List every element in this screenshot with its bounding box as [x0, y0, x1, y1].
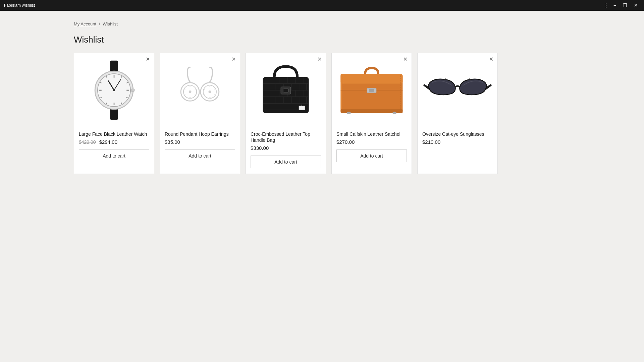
- svg-rect-78: [369, 89, 374, 92]
- svg-point-37: [204, 88, 205, 90]
- svg-point-32: [209, 85, 211, 87]
- sunglasses-svg: [422, 57, 493, 123]
- remove-bag-button[interactable]: ✕: [317, 57, 322, 62]
- product-grid: ✕: [74, 53, 570, 174]
- bag-add-to-cart-button[interactable]: Add to cart: [251, 156, 321, 168]
- titlebar-title: Fabrikam wishlist: [4, 3, 35, 8]
- svg-rect-70: [299, 106, 305, 110]
- sunglasses-image: [418, 53, 497, 127]
- close-button[interactable]: ✕: [632, 2, 640, 8]
- earrings-price-sale: $35.00: [165, 139, 180, 145]
- remove-satchel-button[interactable]: ✕: [403, 57, 408, 62]
- product-card-earrings: ✕: [160, 53, 240, 174]
- earrings-product-info: Round Pendant Hoop Earrings $35.00 Add t…: [160, 127, 240, 168]
- svg-point-28: [189, 90, 192, 93]
- breadcrumb-separator: /: [99, 21, 100, 26]
- menu-icon[interactable]: ⋮: [603, 2, 609, 9]
- earrings-product-name: Round Pendant Hoop Earrings: [165, 131, 235, 137]
- svg-point-26: [184, 94, 185, 95]
- svg-point-24: [195, 94, 196, 95]
- earrings-add-to-cart-button[interactable]: Add to cart: [165, 149, 235, 162]
- product-card-watch: ✕: [74, 53, 154, 174]
- svg-rect-1: [110, 108, 118, 120]
- svg-point-82: [347, 112, 351, 114]
- satchel-product-price: $270.00: [336, 139, 407, 145]
- sunglasses-product-price: $210.00: [422, 139, 493, 145]
- sunglasses-price-sale: $210.00: [422, 139, 440, 145]
- satchel-image: [332, 53, 412, 127]
- bag-svg: [250, 57, 322, 123]
- satchel-svg: [336, 57, 408, 123]
- my-account-link[interactable]: My Account: [74, 21, 96, 26]
- svg-rect-19: [131, 89, 135, 92]
- earrings-product-price: $35.00: [165, 139, 235, 145]
- earrings-svg: [164, 57, 236, 123]
- page-title: Wishlist: [74, 35, 570, 45]
- satchel-product-name: Small Calfskin Leather Satchel: [336, 131, 407, 137]
- bag-product-price: $330.00: [251, 145, 321, 151]
- main-content: My Account / Wishlist Wishlist ✕: [0, 11, 644, 185]
- remove-earrings-button[interactable]: ✕: [231, 57, 236, 62]
- watch-add-to-cart-button[interactable]: Add to cart: [79, 149, 149, 162]
- svg-point-23: [195, 88, 196, 90]
- svg-point-27: [184, 88, 185, 90]
- bag-product-info: Croc-Embossed Leather Top Handle Bag $33…: [246, 127, 326, 174]
- satchel-product-info: Small Calfskin Leather Satchel $270.00 A…: [332, 127, 412, 168]
- titlebar-controls: ⋮ − ❐ ✕: [603, 2, 640, 9]
- bag-image: [246, 53, 326, 127]
- sunglasses-product-info: Oversize Cat-eye Sunglasses $210.00: [418, 127, 497, 155]
- breadcrumb-current: Wishlist: [103, 21, 118, 26]
- remove-watch-button[interactable]: ✕: [146, 57, 150, 62]
- titlebar: Fabrikam wishlist ⋮ − ❐ ✕: [0, 0, 644, 11]
- product-card-sunglasses: ✕: [417, 53, 498, 174]
- svg-point-83: [392, 112, 396, 114]
- product-card-satchel: ✕: [331, 53, 412, 174]
- svg-rect-69: [283, 89, 288, 92]
- earrings-image: [160, 53, 240, 127]
- watch-image: [74, 53, 154, 127]
- sunglasses-product-name: Oversize Cat-eye Sunglasses: [422, 131, 493, 137]
- minimize-button[interactable]: −: [611, 2, 618, 8]
- watch-product-price: $420.00 $294.00: [79, 139, 149, 145]
- svg-point-25: [189, 97, 191, 99]
- bag-product-name: Croc-Embossed Leather Top Handle Bag: [251, 131, 321, 143]
- svg-point-34: [214, 94, 216, 95]
- svg-point-35: [209, 97, 211, 99]
- svg-point-36: [204, 94, 205, 95]
- svg-point-33: [214, 88, 216, 90]
- watch-svg: [78, 57, 150, 123]
- restore-button[interactable]: ❐: [621, 2, 629, 8]
- satchel-price-sale: $270.00: [336, 139, 355, 145]
- svg-rect-74: [341, 74, 342, 113]
- remove-sunglasses-button[interactable]: ✕: [489, 57, 493, 62]
- bag-price-sale: $330.00: [251, 145, 269, 151]
- watch-product-info: Large Face Black Leather Watch $420.00 $…: [74, 127, 154, 168]
- product-card-bag: ✕: [246, 53, 326, 174]
- breadcrumb: My Account / Wishlist: [74, 21, 570, 26]
- satchel-add-to-cart-button[interactable]: Add to cart: [336, 149, 407, 162]
- watch-price-sale: $294.00: [99, 139, 117, 145]
- watch-price-original: $420.00: [79, 139, 96, 145]
- svg-point-22: [189, 85, 191, 87]
- svg-rect-73: [341, 74, 403, 83]
- watch-product-name: Large Face Black Leather Watch: [79, 131, 149, 137]
- svg-point-18: [113, 89, 115, 91]
- svg-rect-0: [110, 61, 118, 72]
- svg-point-38: [208, 90, 211, 93]
